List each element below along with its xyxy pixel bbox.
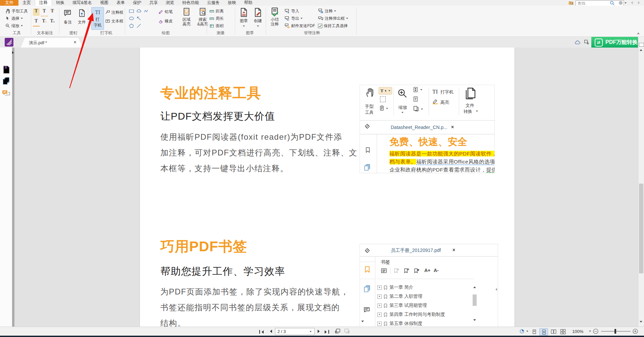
expander-icon[interactable]: + xyxy=(377,322,382,326)
comment-popup-button[interactable]: 注释弹出框 xyxy=(318,16,348,21)
distance-button[interactable]: 距离 xyxy=(209,8,224,14)
menu-cloud[interactable]: 云服务 xyxy=(203,0,224,6)
bookmark-row[interactable]: + 第二章 入职管理 xyxy=(377,293,422,299)
page-number-combobox[interactable]: 2 / 3 xyxy=(275,328,315,335)
pencil-button[interactable]: 铅笔 xyxy=(158,9,173,14)
eraser-button[interactable]: 橡皮 xyxy=(158,18,173,24)
rectangle-shape-icon[interactable] xyxy=(129,8,134,14)
oval-shape-icon[interactable] xyxy=(129,16,134,21)
replace-text-icon[interactable]: Tᴧ xyxy=(41,18,48,26)
pdf-converter-button[interactable]: PDF万能转换 xyxy=(591,37,644,48)
summarize-comments-button[interactable]: 小结 注释 xyxy=(268,7,281,26)
note-button[interactable]: 备注 xyxy=(62,8,74,24)
bookmark-row[interactable]: + 第一章 简介 xyxy=(377,284,413,290)
previous-view-icon[interactable] xyxy=(335,328,340,334)
create-stamp-button[interactable]: 创建 xyxy=(252,7,264,28)
squiggly-underline-icon[interactable]: T xyxy=(41,8,48,16)
menu-convert[interactable]: 转换 xyxy=(52,0,68,6)
last-page-button[interactable] xyxy=(325,329,329,334)
find-next-icon[interactable] xyxy=(638,1,642,4)
highlight-text-icon[interactable]: T xyxy=(33,8,40,16)
scroll-down-icon[interactable] xyxy=(640,321,642,324)
zoom-slider-thumb[interactable] xyxy=(614,329,616,334)
share-save-icon[interactable] xyxy=(584,39,589,45)
collapse-ribbon-icon[interactable] xyxy=(637,31,640,34)
underline-text-icon[interactable]: T xyxy=(33,18,40,26)
auto-scroll-clock-icon[interactable] xyxy=(519,329,525,334)
scroll-up-icon[interactable] xyxy=(640,48,642,51)
menu-fill-sign[interactable]: 填写&签名 xyxy=(68,0,96,6)
zoom-minus-icon[interactable] xyxy=(593,329,598,334)
email-fdf-button[interactable]: 邮件发送FDF xyxy=(284,23,315,28)
stamp-button[interactable]: 图章 xyxy=(237,7,250,28)
expander-icon[interactable]: + xyxy=(377,285,382,290)
zoom-combo-caret[interactable] xyxy=(589,331,591,332)
menu-home[interactable]: 主页 xyxy=(18,0,35,6)
menu-view[interactable]: 视图 xyxy=(96,0,112,6)
sidebar-comments-panel-icon[interactable] xyxy=(2,89,10,97)
textbox-button[interactable]: 文本框 xyxy=(105,18,123,24)
menu-protect[interactable]: 保护 xyxy=(129,0,145,6)
find-previous-icon[interactable] xyxy=(629,1,633,4)
sidebar-splitter[interactable] xyxy=(12,48,14,327)
cloud-upload-icon[interactable] xyxy=(574,40,581,45)
bookmark-row[interactable]: + 第五章 休假制度 xyxy=(377,321,422,327)
continuous-facing-mode-button[interactable] xyxy=(559,328,567,335)
arrow-shape-icon[interactable] xyxy=(136,16,142,21)
continuous-page-mode-button[interactable] xyxy=(539,328,548,336)
bookmark-row[interactable]: + 第三章 试用期管理 xyxy=(377,302,427,309)
strikeout-text-icon[interactable]: T xyxy=(49,8,56,16)
select-tool-button[interactable]: 选择 xyxy=(5,16,23,21)
document-tab-active[interactable]: 演示.pdf * × xyxy=(21,38,83,48)
next-page-button[interactable] xyxy=(318,329,321,334)
vertical-scrollbar[interactable] xyxy=(638,37,644,327)
polyline-shape-icon[interactable] xyxy=(144,8,149,14)
close-tab-icon[interactable]: × xyxy=(74,40,76,45)
menu-help[interactable]: 帮助 xyxy=(240,0,257,6)
keep-tool-selected-checkbox[interactable]: 保持工具选择 xyxy=(318,23,348,28)
bookmark-row[interactable]: + 第四章 工作时间与考勤制度 xyxy=(377,312,445,318)
line-shape-icon[interactable] xyxy=(136,23,142,28)
next-view-icon[interactable] xyxy=(344,328,350,334)
zoom-tool-button[interactable]: 缩放 xyxy=(5,23,23,28)
scrollbar-thumb[interactable] xyxy=(639,184,643,273)
menu-file[interactable]: 文件 xyxy=(0,0,18,6)
find-options-gear-icon[interactable] xyxy=(618,0,623,5)
search-settings-icon[interactable] xyxy=(568,0,574,5)
typewriter-button-selected[interactable]: TI 打 字机 xyxy=(91,7,104,30)
split-view-handle[interactable] xyxy=(639,43,644,47)
menu-browse[interactable]: 浏览 xyxy=(162,0,178,6)
menu-comment[interactable]: 注释 xyxy=(35,0,52,6)
menu-features[interactable]: 特色功能 xyxy=(178,0,203,6)
facing-page-mode-button[interactable] xyxy=(549,328,557,335)
area-measure-button[interactable]: 面积 xyxy=(209,23,224,28)
clock-caret[interactable] xyxy=(526,331,528,332)
sidebar-pages-panel-icon[interactable] xyxy=(2,77,10,85)
single-page-mode-button[interactable] xyxy=(530,328,538,335)
expander-icon[interactable]: + xyxy=(377,313,382,317)
export-comments-button[interactable]: 导出 xyxy=(284,16,303,21)
zoom-plus-icon[interactable] xyxy=(633,329,638,334)
polygon-shape-icon[interactable] xyxy=(129,23,134,28)
callout-button[interactable]: 注释框 xyxy=(105,10,123,15)
gear-dropdown-caret[interactable] xyxy=(625,2,627,4)
find-magnifier-icon[interactable] xyxy=(610,1,614,5)
expander-icon[interactable]: + xyxy=(377,294,382,299)
sidebar-bookmark-panel-icon[interactable] xyxy=(2,65,10,74)
menu-share[interactable]: 共享 xyxy=(145,0,162,6)
import-comments-button[interactable]: 导入 xyxy=(284,8,299,14)
comment-list-button[interactable]: 注释 xyxy=(318,8,336,14)
previous-page-button[interactable] xyxy=(268,329,272,334)
perimeter-button[interactable]: 周长 xyxy=(209,16,224,21)
hand-tool-button[interactable]: 手型工具 xyxy=(5,8,28,14)
cloud-shape-icon[interactable] xyxy=(136,8,142,14)
find-input[interactable] xyxy=(576,0,624,6)
insert-text-icon[interactable]: Tᴧ xyxy=(49,18,56,26)
search-highlight-button[interactable]: 搜索 &高亮 xyxy=(195,7,210,26)
menu-form[interactable]: 表单 xyxy=(112,0,129,6)
menu-slideshow[interactable]: 放映 xyxy=(224,0,240,6)
file-attachment-button[interactable]: 文件 xyxy=(76,8,88,24)
first-page-button[interactable] xyxy=(259,329,264,334)
expander-icon[interactable]: + xyxy=(377,304,382,308)
area-highlight-button[interactable]: 区域 高亮 xyxy=(180,7,193,26)
